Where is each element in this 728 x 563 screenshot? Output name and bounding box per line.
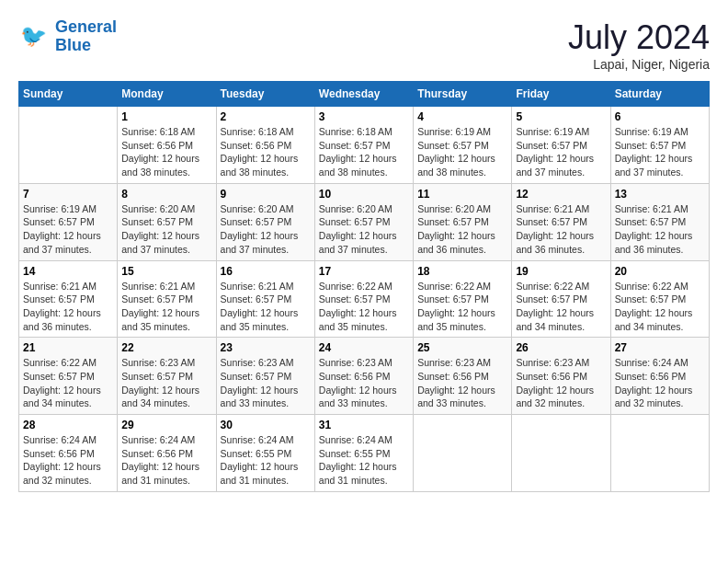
calendar-cell: 3Sunrise: 6:18 AMSunset: 6:57 PMDaylight… [314, 107, 413, 184]
day-info: Sunrise: 6:20 AMSunset: 6:57 PMDaylight:… [121, 202, 211, 257]
day-number: 19 [516, 265, 606, 278]
day-info: Sunrise: 6:23 AMSunset: 6:56 PMDaylight:… [319, 356, 409, 410]
calendar-cell [19, 107, 118, 184]
day-info: Sunrise: 6:24 AMSunset: 6:56 PMDaylight:… [121, 433, 211, 488]
day-info: Sunrise: 6:21 AMSunset: 6:57 PMDaylight:… [121, 280, 211, 334]
day-number: 9 [221, 188, 311, 201]
title-block: July 2024 Lapai, Niger, Nigeria [568, 18, 710, 72]
calendar-cell: 18Sunrise: 6:22 AMSunset: 6:57 PMDayligh… [414, 260, 512, 338]
day-header-wednesday: Wednesday [314, 82, 413, 107]
day-info: Sunrise: 6:19 AMSunset: 6:57 PMDaylight:… [23, 202, 113, 257]
day-number: 5 [516, 110, 606, 123]
logo-icon: 🐦 [18, 20, 51, 53]
day-header-monday: Monday [118, 82, 216, 107]
day-number: 8 [121, 188, 211, 201]
calendar-cell: 4Sunrise: 6:19 AMSunset: 6:57 PMDaylight… [414, 107, 512, 184]
day-info: Sunrise: 6:24 AMSunset: 6:56 PMDaylight:… [615, 356, 705, 410]
calendar-cell [414, 415, 512, 492]
calendar-cell [512, 415, 610, 492]
day-info: Sunrise: 6:18 AMSunset: 6:56 PMDaylight:… [121, 125, 211, 179]
day-header-saturday: Saturday [610, 82, 709, 107]
day-number: 12 [516, 188, 606, 201]
calendar-cell: 19Sunrise: 6:22 AMSunset: 6:57 PMDayligh… [512, 260, 610, 338]
day-number: 11 [417, 188, 507, 201]
day-number: 29 [121, 419, 211, 431]
calendar-cell: 31Sunrise: 6:24 AMSunset: 6:55 PMDayligh… [314, 415, 413, 492]
calendar-cell [610, 415, 709, 492]
page-header: 🐦 General Blue July 2024 Lapai, Niger, N… [18, 18, 710, 72]
day-info: Sunrise: 6:21 AMSunset: 6:57 PMDaylight:… [516, 202, 606, 257]
calendar-cell: 27Sunrise: 6:24 AMSunset: 6:56 PMDayligh… [610, 338, 709, 415]
calendar-cell: 23Sunrise: 6:23 AMSunset: 6:57 PMDayligh… [216, 338, 314, 415]
day-number: 28 [23, 419, 113, 431]
calendar-cell: 22Sunrise: 6:23 AMSunset: 6:57 PMDayligh… [118, 338, 216, 415]
day-info: Sunrise: 6:21 AMSunset: 6:57 PMDaylight:… [23, 280, 113, 334]
day-info: Sunrise: 6:23 AMSunset: 6:57 PMDaylight:… [121, 356, 211, 410]
day-number: 26 [516, 341, 606, 354]
logo-text: General Blue [55, 18, 117, 55]
day-info: Sunrise: 6:18 AMSunset: 6:57 PMDaylight:… [319, 125, 409, 179]
day-info: Sunrise: 6:18 AMSunset: 6:56 PMDaylight:… [221, 125, 311, 179]
day-number: 17 [319, 265, 409, 278]
calendar-cell: 24Sunrise: 6:23 AMSunset: 6:56 PMDayligh… [314, 338, 413, 415]
calendar-cell: 17Sunrise: 6:22 AMSunset: 6:57 PMDayligh… [314, 260, 413, 338]
day-number: 22 [121, 341, 211, 354]
calendar-cell: 20Sunrise: 6:22 AMSunset: 6:57 PMDayligh… [610, 260, 709, 338]
calendar-cell: 8Sunrise: 6:20 AMSunset: 6:57 PMDaylight… [118, 183, 216, 260]
day-header-sunday: Sunday [19, 82, 118, 107]
day-info: Sunrise: 6:20 AMSunset: 6:57 PMDaylight:… [319, 202, 409, 257]
day-info: Sunrise: 6:23 AMSunset: 6:57 PMDaylight:… [221, 356, 311, 410]
day-number: 6 [615, 110, 705, 123]
day-header-friday: Friday [512, 82, 610, 107]
calendar-header-row: SundayMondayTuesdayWednesdayThursdayFrid… [19, 82, 710, 107]
calendar-cell: 1Sunrise: 6:18 AMSunset: 6:56 PMDaylight… [118, 107, 216, 184]
day-info: Sunrise: 6:24 AMSunset: 6:56 PMDaylight:… [23, 433, 113, 488]
calendar-week-row: 28Sunrise: 6:24 AMSunset: 6:56 PMDayligh… [19, 415, 710, 492]
day-number: 27 [615, 341, 705, 354]
calendar-cell: 5Sunrise: 6:19 AMSunset: 6:57 PMDaylight… [512, 107, 610, 184]
day-number: 3 [319, 110, 409, 123]
day-number: 10 [319, 188, 409, 201]
day-number: 2 [221, 110, 311, 123]
day-number: 1 [121, 110, 211, 123]
day-number: 30 [221, 419, 311, 431]
day-info: Sunrise: 6:20 AMSunset: 6:57 PMDaylight:… [221, 202, 311, 257]
calendar-cell: 30Sunrise: 6:24 AMSunset: 6:55 PMDayligh… [216, 415, 314, 492]
calendar-cell: 7Sunrise: 6:19 AMSunset: 6:57 PMDaylight… [19, 183, 118, 260]
day-info: Sunrise: 6:21 AMSunset: 6:57 PMDaylight:… [221, 280, 311, 334]
calendar-cell: 16Sunrise: 6:21 AMSunset: 6:57 PMDayligh… [216, 260, 314, 338]
day-number: 31 [319, 419, 409, 431]
calendar-cell: 13Sunrise: 6:21 AMSunset: 6:57 PMDayligh… [610, 183, 709, 260]
day-info: Sunrise: 6:24 AMSunset: 6:55 PMDaylight:… [221, 433, 311, 488]
location-subtitle: Lapai, Niger, Nigeria [568, 57, 710, 72]
day-number: 23 [221, 341, 311, 354]
calendar-cell: 12Sunrise: 6:21 AMSunset: 6:57 PMDayligh… [512, 183, 610, 260]
day-info: Sunrise: 6:22 AMSunset: 6:57 PMDaylight:… [23, 356, 113, 410]
day-info: Sunrise: 6:22 AMSunset: 6:57 PMDaylight:… [319, 280, 409, 334]
day-header-tuesday: Tuesday [216, 82, 314, 107]
calendar-cell: 28Sunrise: 6:24 AMSunset: 6:56 PMDayligh… [19, 415, 118, 492]
day-info: Sunrise: 6:23 AMSunset: 6:56 PMDaylight:… [417, 356, 507, 410]
month-year-title: July 2024 [568, 18, 710, 57]
day-number: 4 [417, 110, 507, 123]
calendar-week-row: 14Sunrise: 6:21 AMSunset: 6:57 PMDayligh… [19, 260, 710, 338]
day-number: 7 [23, 188, 113, 201]
day-number: 18 [417, 265, 507, 278]
calendar-cell: 21Sunrise: 6:22 AMSunset: 6:57 PMDayligh… [19, 338, 118, 415]
day-number: 13 [615, 188, 705, 201]
day-info: Sunrise: 6:19 AMSunset: 6:57 PMDaylight:… [615, 125, 705, 179]
day-info: Sunrise: 6:22 AMSunset: 6:57 PMDaylight:… [417, 280, 507, 334]
calendar-cell: 25Sunrise: 6:23 AMSunset: 6:56 PMDayligh… [414, 338, 512, 415]
day-info: Sunrise: 6:24 AMSunset: 6:55 PMDaylight:… [319, 433, 409, 488]
calendar-cell: 9Sunrise: 6:20 AMSunset: 6:57 PMDaylight… [216, 183, 314, 260]
day-info: Sunrise: 6:20 AMSunset: 6:57 PMDaylight:… [417, 202, 507, 257]
day-info: Sunrise: 6:22 AMSunset: 6:57 PMDaylight:… [615, 280, 705, 334]
day-number: 15 [121, 265, 211, 278]
calendar-cell: 26Sunrise: 6:23 AMSunset: 6:56 PMDayligh… [512, 338, 610, 415]
calendar-cell: 29Sunrise: 6:24 AMSunset: 6:56 PMDayligh… [118, 415, 216, 492]
day-number: 14 [23, 265, 113, 278]
day-number: 20 [615, 265, 705, 278]
day-number: 21 [23, 341, 113, 354]
svg-text:🐦: 🐦 [20, 23, 48, 49]
day-info: Sunrise: 6:19 AMSunset: 6:57 PMDaylight:… [516, 125, 606, 179]
